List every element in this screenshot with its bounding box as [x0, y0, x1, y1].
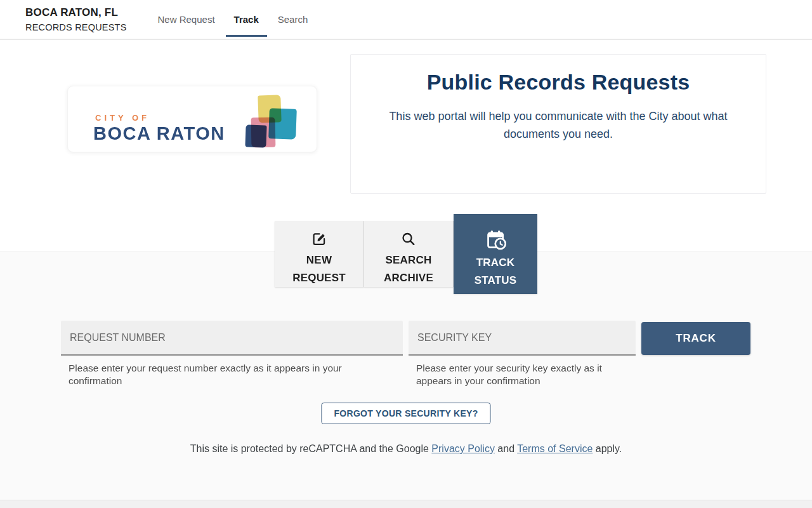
brand-title: BOCA RATON, FL — [25, 6, 127, 19]
forgot-security-key-button[interactable]: FORGOT YOUR SECURITY KEY? — [321, 403, 490, 424]
page: BOCA RATON, FL RECORDS REQUESTS New Requ… — [0, 0, 812, 508]
city-logo-card: CITY OF BOCA RATON — [67, 86, 317, 152]
security-key-helper: Please enter your security key exactly a… — [416, 362, 625, 387]
tab-label: NEW REQUEST — [289, 251, 350, 287]
search-icon — [398, 231, 419, 248]
recaptcha-text-suffix: apply. — [593, 443, 622, 454]
tab-new-request[interactable]: NEW REQUEST — [275, 221, 364, 287]
tab-track-status[interactable]: TRACK STATUS — [454, 214, 537, 294]
page-subtitle: This web portal will help you communicat… — [374, 107, 742, 143]
request-number-input[interactable] — [61, 321, 403, 356]
page-title: Public Records Requests — [351, 70, 766, 95]
nav-item-new-request[interactable]: New Request — [148, 0, 225, 39]
logo-city-name: BOCA RATON — [93, 123, 225, 144]
tab-label: SEARCH ARCHIVE — [378, 251, 439, 287]
header-nav: New Request Track Search — [148, 0, 318, 39]
logo-eyebrow-text: CITY OF — [95, 113, 150, 123]
brand-subtitle: RECORDS REQUESTS — [25, 22, 127, 32]
nav-item-track[interactable]: Track — [225, 0, 268, 39]
track-button[interactable]: TRACK — [641, 322, 750, 355]
top-navbar: BOCA RATON, FL RECORDS REQUESTS New Requ… — [0, 0, 812, 40]
calendar-clock-icon — [485, 229, 506, 250]
tab-search-archive[interactable]: SEARCH ARCHIVE — [364, 221, 454, 287]
city-flag-icon — [246, 95, 303, 149]
intro-card: Public Records Requests This web portal … — [350, 54, 766, 194]
terms-of-service-link[interactable]: Terms of Service — [517, 443, 593, 454]
tab-label: TRACK STATUS — [465, 254, 526, 290]
privacy-policy-link[interactable]: Privacy Policy — [431, 443, 495, 454]
recaptcha-text-middle: and — [495, 443, 517, 454]
edit-square-icon — [308, 231, 330, 248]
request-number-helper: Please enter your request number exactly… — [69, 362, 355, 387]
brand-block: BOCA RATON, FL RECORDS REQUESTS — [25, 6, 127, 32]
recaptcha-notice: This site is protected by reCAPTCHA and … — [0, 443, 812, 455]
flag-navy-shape — [245, 124, 266, 147]
footer-strip — [0, 500, 812, 508]
security-key-input[interactable] — [409, 321, 636, 356]
mode-tabs: NEW REQUEST SEARCH ARCHIVE TRACK STATUS — [275, 214, 537, 294]
recaptcha-text-prefix: This site is protected by reCAPTCHA and … — [190, 443, 432, 454]
nav-item-search[interactable]: Search — [268, 0, 318, 39]
